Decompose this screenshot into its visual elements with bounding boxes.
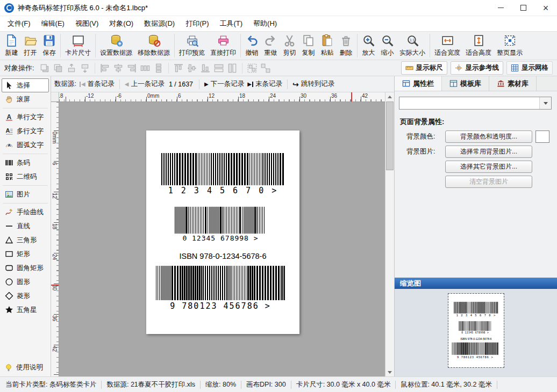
scroll-down-button[interactable] (385, 368, 394, 376)
save-button[interactable]: 保存 (40, 33, 59, 59)
menu-object[interactable]: 对象(O) (104, 17, 139, 31)
equal-spacing-h-icon[interactable] (140, 63, 151, 74)
tool-triangle[interactable]: 三角形 (2, 233, 49, 247)
maximize-button[interactable] (512, 0, 534, 16)
thumbnail-title: 缩览图 (400, 279, 421, 288)
object-selector-dropdown[interactable] (399, 97, 552, 110)
align-right-icon[interactable] (126, 63, 137, 74)
same-height-icon[interactable] (227, 63, 238, 74)
background-color-button[interactable]: 背景颜色和透明度... (445, 130, 532, 143)
align-left-icon[interactable] (99, 63, 110, 74)
background-color-label: 背景颜色: (406, 132, 444, 141)
tool-diamond[interactable]: 菱形 (2, 289, 49, 303)
menu-help[interactable]: 帮助(H) (248, 17, 282, 31)
tool-rectangle[interactable]: 矩形 (2, 247, 49, 261)
canvas[interactable]: 0mm6121824303642 1 2 3 4 5 6 7 0 > 0 123… (51, 102, 385, 376)
card-size-button[interactable]: 卡片尺寸 (62, 33, 94, 59)
same-width-icon[interactable] (213, 63, 224, 74)
show-guides-toggle[interactable]: 显示参考线 (451, 61, 504, 75)
fit-width-button[interactable]: 适合宽度 (432, 33, 463, 59)
delete-button[interactable]: 删除 (337, 33, 355, 59)
tool-freehand-curve[interactable]: 手绘曲线 (2, 205, 49, 219)
chevron-down-icon[interactable] (539, 97, 551, 109)
menu-edit[interactable]: 编辑(E) (36, 17, 70, 31)
scroll-up-button[interactable] (385, 92, 394, 101)
clear-background-button[interactable]: 清空背景图片 (445, 176, 532, 188)
menu-file[interactable]: 文件(F) (2, 17, 36, 31)
print-preview-button[interactable]: 打印预览 (176, 33, 208, 59)
undo-button[interactable]: 撤销 (242, 33, 261, 59)
paste-button[interactable]: 粘贴 (318, 33, 337, 59)
send-to-back-icon[interactable] (53, 63, 63, 74)
align-top-icon[interactable] (173, 63, 184, 74)
thumbnail-preview[interactable]: 1 2 3 4 5 6 7 0 > 0 12345 678998 > ISBN … (448, 294, 504, 367)
move-layer-up-icon[interactable] (66, 63, 77, 74)
show-ruler-toggle[interactable]: 显示标尺 (401, 61, 447, 75)
jump-to-record-label: 跳转到记录 (301, 79, 335, 89)
last-record-button[interactable]: 末条记录 (247, 79, 282, 89)
canvas-viewport[interactable]: 1 2 3 4 5 6 7 0 > 0 12345 678998 > ISBN … (59, 102, 385, 376)
set-datasource-button[interactable]: 设置数据源 (97, 33, 135, 59)
tab-template-library[interactable]: 模板库 (442, 76, 489, 91)
ruler-label: 12 (209, 93, 215, 99)
barcode-object-bottom[interactable] (156, 266, 285, 300)
label-page[interactable]: 1 2 3 4 5 6 7 0 > 0 12345 678998 > ISBN … (146, 130, 299, 334)
cut-button[interactable]: 剪切 (280, 33, 299, 59)
new-button[interactable]: 新建 (2, 33, 21, 59)
move-layer-down-icon[interactable] (80, 63, 90, 74)
align-center-icon[interactable] (113, 63, 124, 74)
tool-arc-text[interactable]: A圆弧文字 (2, 138, 49, 152)
group-icon[interactable] (247, 63, 258, 74)
choose-common-background-button[interactable]: 选择常用背景图片... (445, 146, 532, 158)
tool-pan[interactable]: 滚屏 (2, 92, 49, 106)
barcode-object-top[interactable] (161, 153, 285, 185)
tool-star[interactable]: 五角星 (2, 303, 49, 317)
menu-view[interactable]: 视图(V) (70, 17, 104, 31)
zoom-out-button[interactable]: 缩小 (378, 33, 397, 59)
scrollbar-thumb[interactable] (386, 101, 394, 170)
tool-circle[interactable]: 圆形 (2, 275, 49, 289)
cut-button-label: 剪切 (283, 48, 296, 57)
tool-rounded-rectangle[interactable]: 圆角矩形 (2, 261, 49, 275)
minimize-button[interactable] (489, 0, 512, 16)
jump-to-record-button[interactable]: 跳转到记录 (292, 79, 334, 89)
tool-straight-line[interactable]: 直线 (2, 219, 49, 233)
tool-barcode[interactable]: 条码 (2, 156, 49, 170)
tool-multi-line-text[interactable]: A多行文字 (2, 124, 49, 138)
align-bottom-icon[interactable] (200, 63, 211, 74)
ungroup-icon[interactable] (260, 63, 271, 74)
direct-print-button[interactable]: 直接打印 (208, 33, 239, 59)
copy-button[interactable]: 复制 (299, 33, 318, 59)
equal-spacing-v-icon[interactable] (153, 63, 164, 74)
menu-print[interactable]: 打印(P) (180, 17, 214, 31)
menu-datasource[interactable]: 数据源(D) (139, 17, 180, 31)
tab-material-library[interactable]: 素材库 (489, 76, 537, 91)
barcode-object-middle[interactable] (175, 207, 266, 234)
tab-properties[interactable]: 属性栏 (395, 76, 442, 91)
actual-size-button[interactable]: 1:1实际大小 (397, 33, 428, 59)
next-record-button[interactable]: 下一条记录 (204, 79, 244, 89)
show-grid-toggle[interactable]: 显示网格 (506, 61, 553, 75)
first-record-button[interactable]: 首条记录 (80, 79, 115, 89)
background-color-swatch[interactable] (535, 130, 549, 143)
help-button[interactable]: 使用说明 (2, 361, 49, 374)
tool-select[interactable]: 选择 (2, 78, 49, 92)
close-button[interactable] (534, 0, 557, 16)
tool-image[interactable]: 图片 (2, 187, 49, 201)
direct-print-button-label: 直接打印 (210, 48, 236, 57)
redo-button[interactable]: 重做 (261, 33, 280, 59)
show-guides-icon (455, 64, 463, 72)
full-page-button[interactable]: 整页显示 (494, 33, 525, 59)
fit-height-button[interactable]: 适合高度 (463, 33, 494, 59)
remove-datasource-button[interactable]: 移除数据源 (135, 33, 173, 59)
open-button[interactable]: 打开 (21, 33, 40, 59)
align-middle-icon[interactable] (187, 63, 197, 74)
tool-single-line-text[interactable]: A单行文字 (2, 110, 49, 124)
bring-to-front-icon[interactable] (39, 63, 50, 74)
menu-tools[interactable]: 工具(T) (214, 17, 248, 31)
previous-record-button[interactable]: 上一条记录 (125, 79, 165, 89)
choose-other-background-button[interactable]: 选择其它背景图片... (445, 161, 532, 173)
tool-qrcode[interactable]: 二维码 (2, 170, 49, 184)
zoom-in-button[interactable]: 放大 (359, 33, 378, 59)
status-divider (291, 381, 291, 389)
